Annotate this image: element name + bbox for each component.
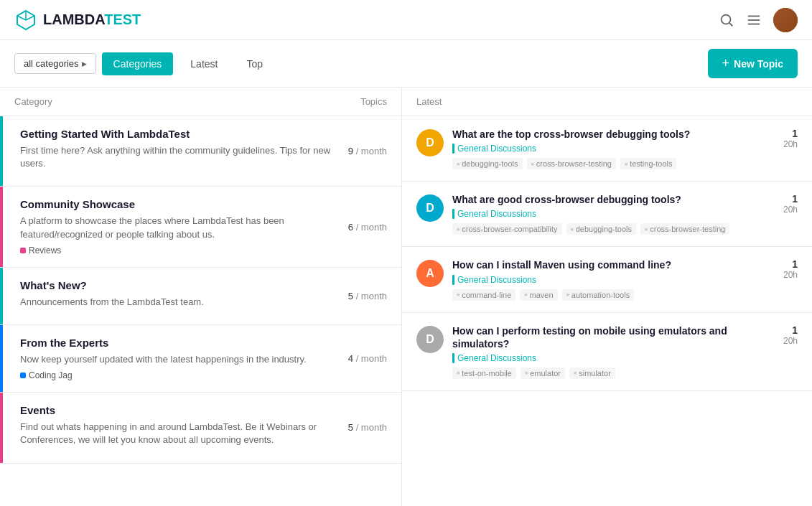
topics-count: 5 (348, 422, 353, 433)
category-topics: 4 / month (348, 353, 387, 364)
topic-avatar: D (416, 129, 444, 156)
category-name: From the Experts (20, 337, 337, 349)
category-item[interactable]: Events Find out whats happening in and a… (0, 393, 401, 463)
topics-period: month (361, 291, 387, 301)
tab-latest[interactable]: Latest (179, 52, 229, 75)
col-category-label: Category (14, 96, 52, 107)
topic-item[interactable]: A How can I install Maven using command … (402, 247, 812, 312)
subcategory-name: Reviews (29, 245, 61, 256)
topic-tag: maven (520, 289, 557, 301)
topic-time: 20h (769, 336, 798, 346)
topic-tag: cross-browser-compatibility (452, 223, 562, 235)
topics-list: D What are the top cross-browser debuggi… (402, 116, 812, 391)
category-content: What's New? Announcements from the Lambd… (14, 279, 337, 313)
topic-tag: simulator (569, 367, 615, 379)
all-categories-dropdown[interactable]: all categories (14, 53, 96, 74)
menu-icon[interactable] (746, 12, 762, 28)
topics-period: month (361, 353, 387, 364)
topics-count: 9 (348, 146, 353, 156)
latest-label: Latest (416, 96, 442, 107)
category-desc: Find out whats happening in and around L… (20, 421, 337, 446)
topics-period: month (361, 222, 387, 233)
left-panel: Category Topics Getting Started With Lam… (0, 88, 402, 506)
topic-title: What are the top cross-browser debugging… (452, 128, 760, 141)
user-avatar[interactable] (773, 8, 798, 32)
search-icon[interactable] (719, 12, 734, 28)
topic-title: How can I install Maven using command li… (452, 258, 760, 271)
topic-tag: cross-browser-testing (527, 158, 616, 169)
topic-tag: testing-tools (620, 158, 677, 169)
topic-body: How can I perform testing on mobile usin… (452, 324, 760, 379)
topic-tag: test-on-mobile (452, 367, 516, 379)
topic-item[interactable]: D What are good cross-browser debugging … (402, 182, 812, 247)
category-name-label: General Discussions (457, 209, 536, 219)
topic-tag: debugging-tools (566, 223, 637, 235)
svg-point-0 (722, 14, 731, 24)
new-topic-button[interactable]: New Topic (708, 49, 798, 78)
topics-count: 5 (348, 291, 353, 301)
category-name: Events (20, 404, 337, 416)
categories-list: Getting Started With LambdaTest First ti… (0, 116, 401, 464)
topic-body: What are good cross-browser debugging to… (452, 193, 760, 235)
topic-tag: command-line (452, 289, 515, 301)
topic-body: What are the top cross-browser debugging… (452, 128, 760, 169)
topic-tags: debugging-toolscross-browser-testingtest… (452, 158, 760, 169)
topic-tags: test-on-mobileemulatorsimulator (452, 367, 760, 379)
topic-item[interactable]: D How can I perform testing on mobile us… (402, 313, 812, 391)
topic-item[interactable]: D What are the top cross-browser debuggi… (402, 116, 812, 182)
topic-avatar: A (416, 260, 444, 287)
logo-icon (14, 9, 37, 32)
topic-meta: 1 20h (769, 193, 798, 215)
main-content: Category Topics Getting Started With Lam… (0, 88, 812, 506)
topic-title: How can I perform testing on mobile usin… (452, 324, 760, 350)
category-border (0, 187, 3, 266)
category-border (0, 268, 3, 324)
category-bar (452, 209, 454, 219)
topic-category-label: General Discussions (452, 209, 760, 219)
topics-count: 6 (348, 222, 353, 233)
right-panel-header: Latest (402, 88, 812, 116)
subcategory-tag: Coding Jag (20, 370, 73, 380)
category-item[interactable]: From the Experts Now keep yourself updat… (0, 325, 401, 393)
logo[interactable]: LAMBDATEST (14, 9, 141, 32)
topic-time: 20h (769, 139, 798, 149)
topic-replies: 1 (769, 258, 798, 270)
right-panel: Latest D What are the top cross-browser … (402, 88, 812, 506)
category-item[interactable]: Community Showcase A platform to showcas… (0, 187, 401, 267)
header: LAMBDATEST (0, 0, 812, 40)
topic-replies: 1 (769, 128, 798, 139)
topics-count: 4 (348, 353, 353, 364)
left-panel-header: Category Topics (0, 88, 401, 116)
logo-text: LAMBDATEST (43, 11, 141, 28)
category-content: Getting Started With LambdaTest First ti… (14, 128, 337, 174)
topic-tags: cross-browser-compatibilitydebugging-too… (452, 223, 760, 235)
category-name: Community Showcase (20, 198, 337, 210)
topic-replies: 1 (769, 193, 798, 205)
category-bar (452, 353, 454, 363)
header-icons (719, 8, 798, 32)
category-content: Events Find out whats happening in and a… (14, 404, 337, 451)
topic-tag: automation-tools (562, 289, 635, 301)
topic-tag: cross-browser-testing (640, 223, 729, 235)
topic-time: 20h (769, 205, 798, 215)
category-content: Community Showcase A platform to showcas… (14, 198, 337, 255)
category-desc: First time here? Ask anything within the… (20, 144, 337, 170)
category-name-label: General Discussions (457, 275, 536, 285)
category-topics: 9 / month (348, 146, 387, 156)
topic-avatar: D (416, 195, 444, 222)
category-item[interactable]: What's New? Announcements from the Lambd… (0, 268, 401, 325)
topics-period: month (361, 146, 387, 156)
category-item[interactable]: Getting Started With LambdaTest First ti… (0, 116, 401, 187)
topic-body: How can I install Maven using command li… (452, 258, 760, 300)
category-border (0, 393, 3, 462)
topic-avatar: D (416, 326, 444, 353)
toolbar: all categories Categories Latest Top New… (0, 40, 812, 88)
tab-categories[interactable]: Categories (102, 52, 174, 75)
category-desc: Now keep yourself updated with the lates… (20, 353, 337, 366)
topic-meta: 1 20h (769, 258, 798, 280)
topics-period: month (361, 422, 387, 433)
category-border (0, 116, 3, 186)
category-desc: Announcements from the LambdaTest team. (20, 296, 337, 309)
category-topics: 5 / month (348, 422, 387, 433)
tab-top[interactable]: Top (235, 52, 274, 75)
